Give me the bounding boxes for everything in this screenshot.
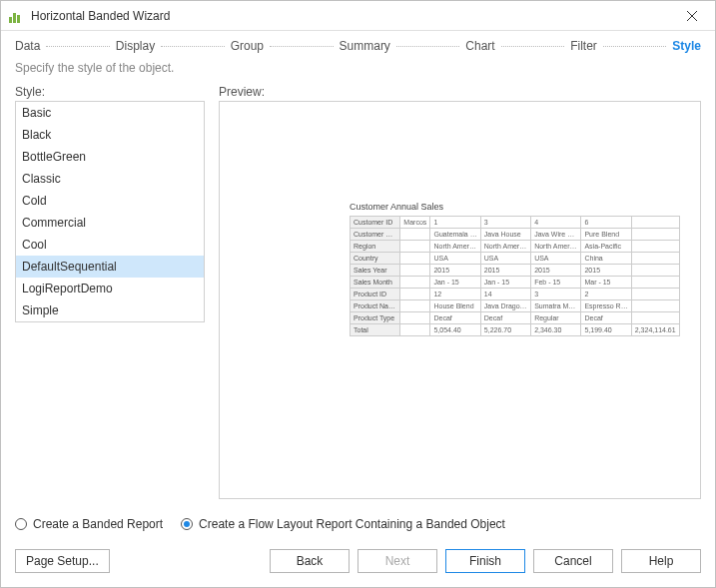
report-type-radios: Create a Banded Report Create a Flow Lay… bbox=[1, 509, 715, 539]
preview-row-header: Customer ID bbox=[351, 217, 400, 229]
finish-button[interactable]: Finish bbox=[445, 549, 525, 573]
radio-banded-label: Create a Banded Report bbox=[33, 517, 163, 531]
preview-cell: Feb - 15 bbox=[531, 277, 581, 289]
preview-cell: Asia-Pacific bbox=[581, 241, 631, 253]
preview-cell: 6 bbox=[581, 217, 631, 229]
radio-flow-label: Create a Flow Layout Report Containing a… bbox=[199, 517, 505, 531]
preview-cell: Mar - 15 bbox=[581, 277, 631, 289]
preview-cell bbox=[400, 229, 430, 241]
step-separator bbox=[270, 46, 333, 47]
preview-cell: 2,346.30 bbox=[531, 324, 581, 336]
preview-cell bbox=[631, 265, 679, 277]
preview-row-header: Product Name bbox=[351, 300, 400, 312]
preview-cell: Java House bbox=[480, 229, 530, 241]
style-item[interactable]: Classic bbox=[16, 168, 204, 190]
preview-cell: Decaf bbox=[430, 312, 480, 324]
radio-icon bbox=[15, 518, 27, 530]
help-button[interactable]: Help bbox=[621, 549, 701, 573]
preview-cell: Marcos bbox=[400, 217, 430, 229]
preview-cell: Java Dragon Blend bbox=[480, 300, 530, 312]
wizard-steps: DataDisplayGroupSummaryChartFilterStyle bbox=[1, 31, 715, 59]
next-button[interactable]: Next bbox=[358, 549, 437, 573]
preview-cell: 2015 bbox=[581, 265, 631, 277]
preview-cell: USA bbox=[480, 253, 530, 265]
style-item[interactable]: Simple bbox=[16, 299, 204, 321]
preview-cell: 12 bbox=[430, 289, 480, 300]
style-item[interactable]: Cold bbox=[16, 190, 204, 212]
style-list[interactable]: BasicBlackBottleGreenClassicColdCommerci… bbox=[16, 102, 204, 321]
preview-cell bbox=[631, 300, 679, 312]
app-icon bbox=[9, 9, 23, 23]
preview-cell: House Blend bbox=[430, 300, 480, 312]
preview-cell: 5,199.40 bbox=[581, 324, 631, 336]
preview-cell: 3 bbox=[531, 289, 581, 300]
preview-row-header: Country bbox=[351, 253, 400, 265]
preview-cell: Decaf bbox=[480, 312, 530, 324]
preview-cell: 5,054.40 bbox=[430, 324, 480, 336]
step-separator bbox=[396, 46, 459, 47]
preview-cell bbox=[400, 265, 430, 277]
cancel-button[interactable]: Cancel bbox=[533, 549, 613, 573]
titlebar: Horizontal Banded Wizard bbox=[1, 1, 715, 31]
preview-cell bbox=[631, 289, 679, 300]
preview-row-header: Region bbox=[351, 241, 400, 253]
preview-row-header: Customer Name bbox=[351, 229, 400, 241]
preview-cell bbox=[400, 300, 430, 312]
preview-row-header: Product Type bbox=[351, 312, 400, 324]
step-summary[interactable]: Summary bbox=[340, 39, 390, 53]
close-button[interactable] bbox=[677, 1, 707, 30]
preview-cell: Espresso Roast bbox=[581, 300, 631, 312]
radio-flow-report[interactable]: Create a Flow Layout Report Containing a… bbox=[181, 517, 505, 531]
preview-title: Customer Annual Sales bbox=[350, 202, 680, 212]
preview-cell: China bbox=[581, 253, 631, 265]
style-item[interactable]: Basic bbox=[16, 102, 204, 124]
preview-cell: Pure Blend bbox=[581, 229, 631, 241]
page-setup-button[interactable]: Page Setup... bbox=[15, 549, 110, 573]
style-item[interactable]: Cool bbox=[16, 234, 204, 256]
step-style[interactable]: Style bbox=[672, 39, 701, 53]
step-subtitle: Specify the style of the object. bbox=[1, 59, 715, 85]
back-button[interactable]: Back bbox=[270, 549, 350, 573]
radio-icon bbox=[181, 518, 193, 530]
preview-cell: Java Wire Space bbox=[531, 229, 581, 241]
step-chart[interactable]: Chart bbox=[465, 39, 494, 53]
style-item[interactable]: LogiReportDemo bbox=[16, 278, 204, 299]
preview-cell bbox=[400, 277, 430, 289]
preview-label: Preview: bbox=[219, 85, 701, 99]
style-item[interactable]: Black bbox=[16, 124, 204, 146]
step-separator bbox=[603, 46, 666, 47]
step-separator bbox=[501, 46, 564, 47]
preview-cell: Decaf bbox=[581, 312, 631, 324]
preview-cell: North America bbox=[480, 241, 530, 253]
preview-row-header: Total bbox=[351, 324, 400, 336]
preview-cell: USA bbox=[531, 253, 581, 265]
style-item[interactable]: DefaultSequential bbox=[16, 256, 204, 278]
style-item[interactable]: BottleGreen bbox=[16, 146, 204, 168]
step-data[interactable]: Data bbox=[15, 39, 40, 53]
preview-cell bbox=[400, 241, 430, 253]
preview-cell: 2,324,114.61 bbox=[631, 324, 679, 336]
style-list-panel: BasicBlackBottleGreenClassicColdCommerci… bbox=[15, 101, 205, 322]
preview-cell bbox=[631, 217, 679, 229]
preview-cell bbox=[631, 241, 679, 253]
preview-cell: Jan - 15 bbox=[430, 277, 480, 289]
preview-cell bbox=[631, 253, 679, 265]
preview-row-header: Product ID bbox=[351, 289, 400, 300]
window-title: Horizontal Banded Wizard bbox=[31, 9, 677, 23]
step-group[interactable]: Group bbox=[231, 39, 264, 53]
close-icon bbox=[687, 11, 697, 21]
step-filter[interactable]: Filter bbox=[570, 39, 597, 53]
radio-banded-report[interactable]: Create a Banded Report bbox=[15, 517, 163, 531]
preview-cell: 2015 bbox=[480, 265, 530, 277]
preview-table: Customer IDMarcos1346Customer NameGuatem… bbox=[350, 216, 680, 336]
footer: Page Setup... Back Next Finish Cancel He… bbox=[1, 539, 715, 587]
preview-cell bbox=[631, 312, 679, 324]
preview-cell: Guatemala Coffee bbox=[430, 229, 480, 241]
preview-cell bbox=[631, 229, 679, 241]
preview-cell: USA bbox=[430, 253, 480, 265]
style-item[interactable]: Commercial bbox=[16, 212, 204, 234]
preview-cell bbox=[400, 289, 430, 300]
preview-cell: Jan - 15 bbox=[480, 277, 530, 289]
step-separator bbox=[161, 46, 224, 47]
step-display[interactable]: Display bbox=[116, 39, 155, 53]
